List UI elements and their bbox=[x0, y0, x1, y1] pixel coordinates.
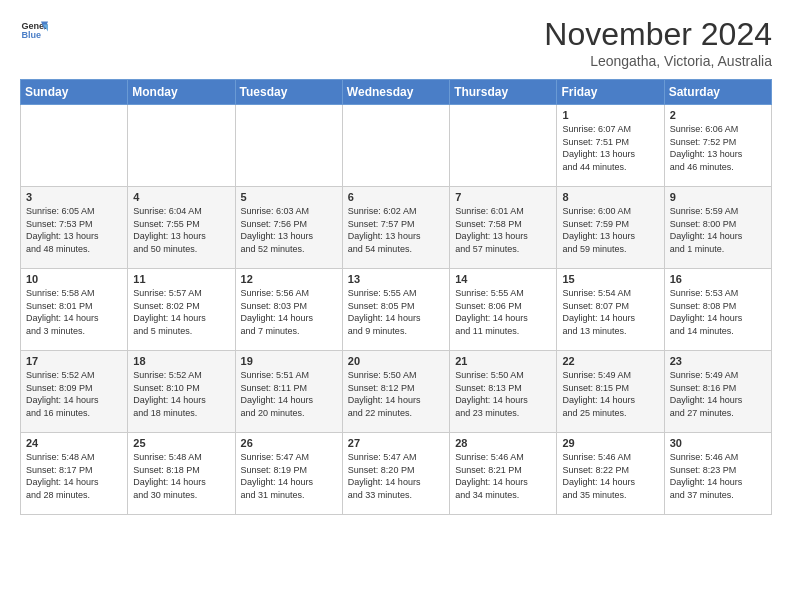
day-info: Sunrise: 5:55 AM Sunset: 8:05 PM Dayligh… bbox=[348, 287, 444, 337]
day-info: Sunrise: 6:06 AM Sunset: 7:52 PM Dayligh… bbox=[670, 123, 766, 173]
day-cell: 28Sunrise: 5:46 AM Sunset: 8:21 PM Dayli… bbox=[450, 433, 557, 515]
day-number: 27 bbox=[348, 437, 444, 449]
svg-text:Blue: Blue bbox=[21, 30, 41, 40]
day-info: Sunrise: 6:01 AM Sunset: 7:58 PM Dayligh… bbox=[455, 205, 551, 255]
day-cell: 11Sunrise: 5:57 AM Sunset: 8:02 PM Dayli… bbox=[128, 269, 235, 351]
week-row-3: 17Sunrise: 5:52 AM Sunset: 8:09 PM Dayli… bbox=[21, 351, 772, 433]
day-cell: 19Sunrise: 5:51 AM Sunset: 8:11 PM Dayli… bbox=[235, 351, 342, 433]
day-cell: 5Sunrise: 6:03 AM Sunset: 7:56 PM Daylig… bbox=[235, 187, 342, 269]
day-number: 25 bbox=[133, 437, 229, 449]
day-cell: 18Sunrise: 5:52 AM Sunset: 8:10 PM Dayli… bbox=[128, 351, 235, 433]
day-cell bbox=[21, 105, 128, 187]
day-info: Sunrise: 5:48 AM Sunset: 8:18 PM Dayligh… bbox=[133, 451, 229, 501]
day-info: Sunrise: 5:47 AM Sunset: 8:20 PM Dayligh… bbox=[348, 451, 444, 501]
day-cell: 20Sunrise: 5:50 AM Sunset: 8:12 PM Dayli… bbox=[342, 351, 449, 433]
day-info: Sunrise: 5:47 AM Sunset: 8:19 PM Dayligh… bbox=[241, 451, 337, 501]
title-block: November 2024 Leongatha, Victoria, Austr… bbox=[544, 16, 772, 69]
day-cell: 26Sunrise: 5:47 AM Sunset: 8:19 PM Dayli… bbox=[235, 433, 342, 515]
day-info: Sunrise: 6:03 AM Sunset: 7:56 PM Dayligh… bbox=[241, 205, 337, 255]
week-row-1: 3Sunrise: 6:05 AM Sunset: 7:53 PM Daylig… bbox=[21, 187, 772, 269]
day-number: 1 bbox=[562, 109, 658, 121]
day-cell: 14Sunrise: 5:55 AM Sunset: 8:06 PM Dayli… bbox=[450, 269, 557, 351]
day-cell: 30Sunrise: 5:46 AM Sunset: 8:23 PM Dayli… bbox=[664, 433, 771, 515]
logo: General Blue bbox=[20, 16, 48, 44]
day-info: Sunrise: 5:48 AM Sunset: 8:17 PM Dayligh… bbox=[26, 451, 122, 501]
day-cell: 3Sunrise: 6:05 AM Sunset: 7:53 PM Daylig… bbox=[21, 187, 128, 269]
day-number: 10 bbox=[26, 273, 122, 285]
header: General Blue November 2024 Leongatha, Vi… bbox=[20, 16, 772, 69]
day-number: 8 bbox=[562, 191, 658, 203]
weekday-header-thursday: Thursday bbox=[450, 80, 557, 105]
day-cell: 8Sunrise: 6:00 AM Sunset: 7:59 PM Daylig… bbox=[557, 187, 664, 269]
day-info: Sunrise: 5:50 AM Sunset: 8:13 PM Dayligh… bbox=[455, 369, 551, 419]
day-info: Sunrise: 5:51 AM Sunset: 8:11 PM Dayligh… bbox=[241, 369, 337, 419]
day-number: 21 bbox=[455, 355, 551, 367]
calendar-table: SundayMondayTuesdayWednesdayThursdayFrid… bbox=[20, 79, 772, 515]
day-cell: 2Sunrise: 6:06 AM Sunset: 7:52 PM Daylig… bbox=[664, 105, 771, 187]
calendar-page: General Blue November 2024 Leongatha, Vi… bbox=[0, 0, 792, 527]
day-number: 24 bbox=[26, 437, 122, 449]
day-cell: 23Sunrise: 5:49 AM Sunset: 8:16 PM Dayli… bbox=[664, 351, 771, 433]
day-number: 6 bbox=[348, 191, 444, 203]
logo-icon: General Blue bbox=[20, 16, 48, 44]
day-number: 2 bbox=[670, 109, 766, 121]
location: Leongatha, Victoria, Australia bbox=[544, 53, 772, 69]
day-number: 4 bbox=[133, 191, 229, 203]
day-number: 17 bbox=[26, 355, 122, 367]
week-row-0: 1Sunrise: 6:07 AM Sunset: 7:51 PM Daylig… bbox=[21, 105, 772, 187]
day-info: Sunrise: 5:46 AM Sunset: 8:22 PM Dayligh… bbox=[562, 451, 658, 501]
day-cell: 4Sunrise: 6:04 AM Sunset: 7:55 PM Daylig… bbox=[128, 187, 235, 269]
day-number: 28 bbox=[455, 437, 551, 449]
day-number: 14 bbox=[455, 273, 551, 285]
day-info: Sunrise: 5:49 AM Sunset: 8:15 PM Dayligh… bbox=[562, 369, 658, 419]
day-cell bbox=[342, 105, 449, 187]
day-cell: 7Sunrise: 6:01 AM Sunset: 7:58 PM Daylig… bbox=[450, 187, 557, 269]
day-info: Sunrise: 5:49 AM Sunset: 8:16 PM Dayligh… bbox=[670, 369, 766, 419]
day-info: Sunrise: 5:56 AM Sunset: 8:03 PM Dayligh… bbox=[241, 287, 337, 337]
week-row-4: 24Sunrise: 5:48 AM Sunset: 8:17 PM Dayli… bbox=[21, 433, 772, 515]
day-number: 18 bbox=[133, 355, 229, 367]
day-info: Sunrise: 5:46 AM Sunset: 8:23 PM Dayligh… bbox=[670, 451, 766, 501]
day-cell bbox=[128, 105, 235, 187]
day-cell: 12Sunrise: 5:56 AM Sunset: 8:03 PM Dayli… bbox=[235, 269, 342, 351]
weekday-header-row: SundayMondayTuesdayWednesdayThursdayFrid… bbox=[21, 80, 772, 105]
day-number: 20 bbox=[348, 355, 444, 367]
day-info: Sunrise: 5:58 AM Sunset: 8:01 PM Dayligh… bbox=[26, 287, 122, 337]
day-info: Sunrise: 6:07 AM Sunset: 7:51 PM Dayligh… bbox=[562, 123, 658, 173]
day-number: 7 bbox=[455, 191, 551, 203]
day-cell: 29Sunrise: 5:46 AM Sunset: 8:22 PM Dayli… bbox=[557, 433, 664, 515]
day-info: Sunrise: 5:46 AM Sunset: 8:21 PM Dayligh… bbox=[455, 451, 551, 501]
month-title: November 2024 bbox=[544, 16, 772, 53]
day-info: Sunrise: 6:04 AM Sunset: 7:55 PM Dayligh… bbox=[133, 205, 229, 255]
day-cell: 22Sunrise: 5:49 AM Sunset: 8:15 PM Dayli… bbox=[557, 351, 664, 433]
weekday-header-sunday: Sunday bbox=[21, 80, 128, 105]
weekday-header-friday: Friday bbox=[557, 80, 664, 105]
day-info: Sunrise: 5:53 AM Sunset: 8:08 PM Dayligh… bbox=[670, 287, 766, 337]
day-cell bbox=[450, 105, 557, 187]
day-info: Sunrise: 5:55 AM Sunset: 8:06 PM Dayligh… bbox=[455, 287, 551, 337]
day-number: 16 bbox=[670, 273, 766, 285]
day-number: 30 bbox=[670, 437, 766, 449]
day-info: Sunrise: 5:59 AM Sunset: 8:00 PM Dayligh… bbox=[670, 205, 766, 255]
day-cell: 25Sunrise: 5:48 AM Sunset: 8:18 PM Dayli… bbox=[128, 433, 235, 515]
day-info: Sunrise: 5:52 AM Sunset: 8:09 PM Dayligh… bbox=[26, 369, 122, 419]
weekday-header-tuesday: Tuesday bbox=[235, 80, 342, 105]
day-number: 5 bbox=[241, 191, 337, 203]
day-number: 26 bbox=[241, 437, 337, 449]
day-info: Sunrise: 6:05 AM Sunset: 7:53 PM Dayligh… bbox=[26, 205, 122, 255]
day-number: 15 bbox=[562, 273, 658, 285]
day-cell: 16Sunrise: 5:53 AM Sunset: 8:08 PM Dayli… bbox=[664, 269, 771, 351]
day-cell: 27Sunrise: 5:47 AM Sunset: 8:20 PM Dayli… bbox=[342, 433, 449, 515]
day-cell: 10Sunrise: 5:58 AM Sunset: 8:01 PM Dayli… bbox=[21, 269, 128, 351]
day-number: 9 bbox=[670, 191, 766, 203]
day-cell: 24Sunrise: 5:48 AM Sunset: 8:17 PM Dayli… bbox=[21, 433, 128, 515]
day-info: Sunrise: 5:57 AM Sunset: 8:02 PM Dayligh… bbox=[133, 287, 229, 337]
day-number: 19 bbox=[241, 355, 337, 367]
day-cell: 9Sunrise: 5:59 AM Sunset: 8:00 PM Daylig… bbox=[664, 187, 771, 269]
weekday-header-wednesday: Wednesday bbox=[342, 80, 449, 105]
day-cell: 1Sunrise: 6:07 AM Sunset: 7:51 PM Daylig… bbox=[557, 105, 664, 187]
weekday-header-monday: Monday bbox=[128, 80, 235, 105]
day-number: 23 bbox=[670, 355, 766, 367]
day-info: Sunrise: 6:02 AM Sunset: 7:57 PM Dayligh… bbox=[348, 205, 444, 255]
day-number: 12 bbox=[241, 273, 337, 285]
